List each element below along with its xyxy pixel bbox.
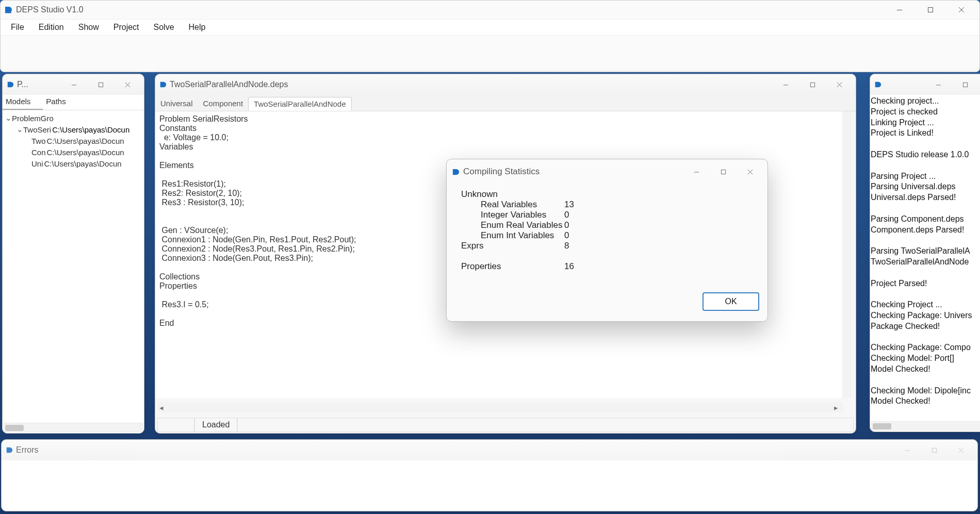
app-logo-icon — [873, 80, 883, 89]
svg-rect-4 — [99, 82, 103, 87]
tab-models[interactable]: Models — [3, 95, 43, 110]
maximize-button[interactable] — [799, 76, 826, 93]
log-line: Model Checked! — [871, 396, 980, 407]
svg-rect-12 — [721, 170, 725, 174]
menu-help[interactable]: Help — [182, 21, 213, 34]
panel-editor-titlebar[interactable]: TwoSerialParallelAndNode.deps — [155, 74, 856, 95]
dialog-row-label: Exprs — [461, 241, 564, 251]
tab-component[interactable]: Component — [198, 97, 249, 111]
panel-errors-titlebar[interactable]: Errors — [2, 440, 977, 460]
svg-rect-3 — [71, 85, 76, 85]
minimize-button[interactable] — [894, 442, 921, 458]
log-line — [871, 203, 980, 214]
svg-rect-9 — [905, 450, 909, 451]
log-line: Checking Package: Univers — [871, 310, 980, 321]
dialog-titlebar[interactable]: Compiling Statistics — [447, 159, 767, 184]
tree-leaf-label: Uni — [31, 159, 43, 168]
log-line: Project Parsed! — [871, 278, 980, 289]
caret-down-icon[interactable]: ⌄ — [16, 125, 23, 134]
tree-node[interactable]: ⌄ TwoSeri C:\Users\payas\Docun — [5, 124, 142, 135]
log-line — [871, 407, 980, 408]
tree-leaf-label: Two — [31, 137, 46, 145]
log-line: Parsing Universal.deps — [871, 181, 980, 192]
log-line: Package Checked! — [871, 321, 980, 332]
close-button[interactable] — [737, 163, 763, 180]
tree-leaf[interactable]: Con C:\Users\payas\Docun — [5, 146, 142, 158]
dialog-row: Unknown — [461, 189, 753, 200]
dialog-row-value: 0 — [564, 210, 595, 220]
dialog-row-label: Enum Int Variables — [461, 230, 564, 241]
maximize-button[interactable] — [921, 442, 948, 458]
maximize-button[interactable] — [87, 76, 114, 93]
dialog-row-value — [564, 189, 595, 200]
dialog-row: Properties16 — [461, 261, 753, 272]
caret-down-icon[interactable]: ⌄ — [5, 113, 12, 123]
scrollbar-horizontal[interactable]: ◂ ▸ — [158, 402, 843, 412]
dialog-compiling-statistics: Compiling Statistics UnknownReal Variabl… — [446, 159, 768, 322]
app-logo-icon — [4, 5, 13, 14]
close-button[interactable] — [826, 76, 853, 93]
scroll-left-icon[interactable]: ◂ — [159, 403, 168, 411]
minimize-button[interactable] — [885, 2, 914, 18]
log-body[interactable]: Checking project...Project is checkedLin… — [870, 95, 980, 408]
tree-root[interactable]: ⌄ ProblemGro — [5, 112, 142, 124]
tree-path-hint: C:\Users\payas\Docun — [47, 137, 124, 145]
dialog-row: Exprs8 — [461, 241, 753, 251]
panel-log-titlebar[interactable] — [870, 74, 980, 95]
menubar: File Edition Show Project Solve Help — [1, 19, 979, 36]
scroll-right-icon[interactable]: ▸ — [834, 403, 842, 411]
project-tree[interactable]: ⌄ ProblemGro ⌄ TwoSeri C:\Users\payas\Do… — [3, 110, 144, 171]
statusbar: Loaded — [157, 418, 854, 432]
close-button[interactable] — [946, 2, 976, 18]
main-window: DEPS Studio V1.0 File Edition Show Proje… — [0, 0, 980, 72]
tree-leaf[interactable]: Uni C:\Users\payas\Docun — [5, 158, 142, 169]
svg-rect-2 — [928, 8, 933, 12]
tree-root-label: ProblemGro — [12, 114, 54, 123]
main-titlebar[interactable]: DEPS Studio V1.0 — [1, 1, 979, 19]
log-line: Project is checked — [871, 107, 980, 118]
dialog-row-value: 13 — [564, 200, 595, 210]
scrollbar-horizontal[interactable] — [871, 421, 980, 430]
tree-path-hint: C:\Users\payas\Docun — [47, 148, 124, 157]
close-button[interactable] — [948, 442, 974, 458]
dialog-row-value — [564, 251, 595, 261]
dialog-row: Real Variables13 — [461, 200, 753, 210]
code-line[interactable]: Problem SerialResistors — [159, 114, 838, 124]
minimize-button[interactable] — [772, 76, 799, 93]
minimize-button[interactable] — [925, 76, 952, 93]
menu-project[interactable]: Project — [106, 21, 146, 34]
scrollbar-horizontal[interactable] — [4, 423, 143, 432]
code-line[interactable]: Variables — [159, 142, 838, 152]
panel-log: Checking project...Project is checkedLin… — [870, 74, 980, 432]
panel-project-tabs: Models Paths — [3, 95, 144, 110]
tree-leaf[interactable]: Two C:\Users\payas\Docun — [5, 135, 142, 146]
menu-show[interactable]: Show — [71, 21, 106, 34]
code-line[interactable]: Constants — [159, 124, 838, 133]
menu-solve[interactable]: Solve — [146, 21, 182, 34]
panel-project-titlebar[interactable]: P... — [3, 74, 144, 95]
log-line — [871, 375, 980, 386]
maximize-button[interactable] — [952, 76, 978, 93]
log-line: Checking Package: Compo — [871, 342, 980, 353]
log-line — [871, 332, 980, 343]
minimize-button[interactable] — [683, 163, 710, 180]
tab-paths[interactable]: Paths — [43, 95, 78, 110]
maximize-button[interactable] — [916, 2, 945, 18]
tree-path-hint: C:\Users\payas\Docun — [52, 125, 129, 134]
scrollbar-thumb[interactable] — [5, 425, 24, 431]
dialog-row-label: Integer Variables — [461, 210, 564, 220]
maximize-button[interactable] — [710, 163, 737, 180]
svg-rect-1 — [897, 10, 902, 10]
minimize-button[interactable] — [60, 76, 87, 93]
menu-file[interactable]: File — [4, 21, 31, 34]
ok-button[interactable]: OK — [703, 292, 759, 311]
log-line: Checking Model: Dipole[inc — [871, 386, 980, 396]
tab-universal[interactable]: Universal — [155, 97, 198, 111]
log-line — [871, 289, 980, 300]
tab-file[interactable]: TwoSerialParallelAndNode — [248, 97, 351, 111]
scrollbar-thumb[interactable] — [873, 423, 891, 429]
code-line[interactable]: e: Voltage = 10.0; — [159, 133, 838, 142]
menu-edition[interactable]: Edition — [31, 21, 71, 34]
close-button[interactable] — [114, 76, 141, 93]
svg-rect-5 — [783, 85, 788, 85]
